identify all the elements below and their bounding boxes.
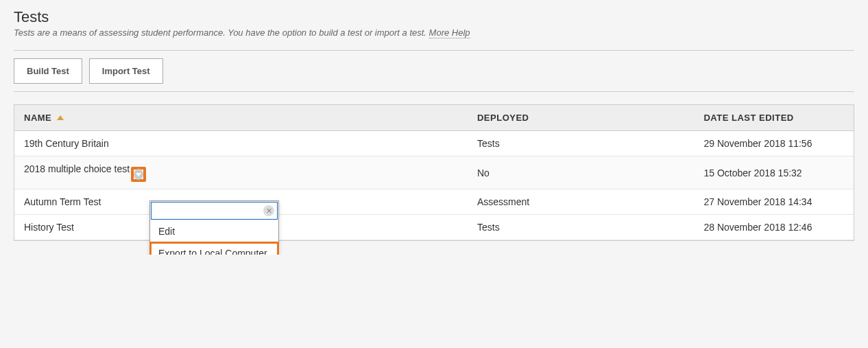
more-help-link[interactable]: More Help [429, 27, 470, 38]
table-row: Autumn Term Test Assessment 27 November … [14, 189, 854, 215]
table-row: 19th Century Britain Tests 29 November 2… [14, 131, 854, 156]
menu-search-input[interactable]: ✕ [151, 202, 278, 220]
table-row: 2018 multiple choice test No 15 October … [14, 156, 854, 189]
tests-panel: NAME DEPLOYED DATE LAST EDITED 19th Cent… [14, 104, 854, 241]
menu-item-edit[interactable]: Edit [150, 220, 278, 242]
date-cell: 27 November 2018 14:34 [694, 189, 854, 215]
col-header-deployed[interactable]: DEPLOYED [468, 105, 694, 131]
row-actions-menu-button[interactable] [131, 167, 146, 182]
test-name[interactable]: 19th Century Britain [24, 138, 109, 149]
page-title: Tests [14, 8, 854, 26]
col-header-name[interactable]: NAME [14, 105, 468, 131]
deployed-cell: Tests [468, 215, 694, 240]
col-header-name-label: NAME [24, 113, 51, 123]
tests-table: NAME DEPLOYED DATE LAST EDITED 19th Cent… [14, 105, 854, 240]
test-name[interactable]: Autumn Term Test [24, 196, 101, 207]
import-test-button[interactable]: Import Test [89, 58, 163, 84]
row-context-menu: ✕ Edit Export to Local Computer Export t… [149, 200, 279, 255]
deployed-cell: Tests [468, 131, 694, 156]
sort-asc-icon [57, 115, 64, 120]
date-cell: 15 October 2018 15:32 [694, 156, 854, 189]
action-bar: Build Test Import Test [14, 50, 854, 92]
deployed-cell: Assessment [468, 189, 694, 215]
date-cell: 28 November 2018 12:46 [694, 215, 854, 240]
test-name[interactable]: 2018 multiple choice test [24, 163, 130, 174]
test-name[interactable]: History Test [24, 222, 74, 233]
deployed-cell: No [468, 156, 694, 189]
col-header-date[interactable]: DATE LAST EDITED [694, 105, 854, 131]
build-test-button[interactable]: Build Test [14, 58, 82, 84]
menu-item-export-local[interactable]: Export to Local Computer [150, 242, 278, 255]
clear-icon[interactable]: ✕ [263, 205, 274, 216]
table-row: History Test Tests 28 November 2018 12:4… [14, 215, 854, 240]
description-text: Tests are a means of assessing student p… [14, 27, 429, 38]
page-description: Tests are a means of assessing student p… [14, 27, 854, 38]
chevron-down-icon [134, 169, 143, 180]
date-cell: 29 November 2018 11:56 [694, 131, 854, 156]
